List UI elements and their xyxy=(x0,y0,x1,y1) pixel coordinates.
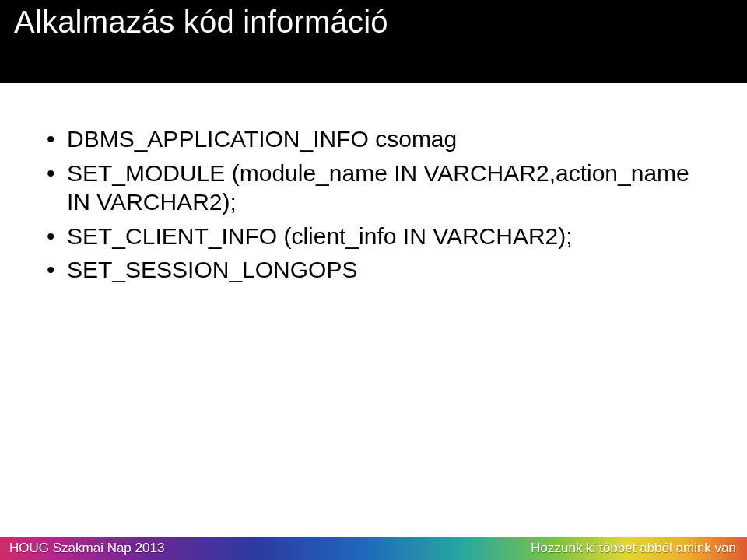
bullet-item: SET_MODULE (module_name IN VARCHAR2,acti… xyxy=(47,159,700,217)
content-area: DBMS_APPLICATION_INFO csomag SET_MODULE … xyxy=(47,124,700,289)
title-bar: Alkalmazás kód információ xyxy=(0,0,747,83)
bullet-list: DBMS_APPLICATION_INFO csomag SET_MODULE … xyxy=(47,124,700,285)
bullet-item: DBMS_APPLICATION_INFO csomag xyxy=(47,124,700,154)
slide-title: Alkalmazás kód információ xyxy=(14,5,733,40)
footer-left-text: HOUG Szakmai Nap 2013 xyxy=(9,541,164,556)
slide: Alkalmazás kód információ DBMS_APPLICATI… xyxy=(0,0,747,560)
footer-right-text: Hozzunk ki többet abból amink van xyxy=(531,541,736,556)
bullet-item: SET_CLIENT_INFO (client_info IN VARCHAR2… xyxy=(47,222,700,251)
footer: HOUG Szakmai Nap 2013 Hozzunk ki többet … xyxy=(0,537,747,560)
bullet-item: SET_SESSION_LONGOPS xyxy=(47,255,700,285)
